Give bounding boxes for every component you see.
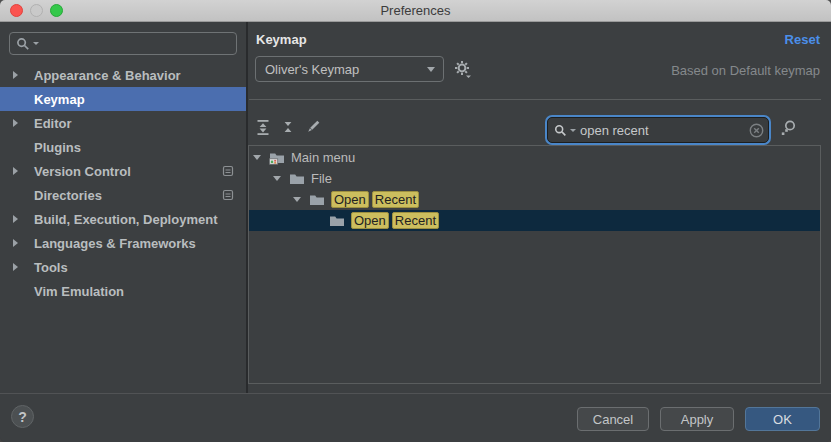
help-button[interactable]: ?	[11, 405, 34, 428]
gear-icon	[454, 60, 472, 78]
project-settings-icon	[222, 189, 234, 201]
find-by-shortcut-button[interactable]	[778, 119, 798, 139]
sidebar-item-label: Directories	[34, 188, 102, 203]
sidebar-item-vim-emulation[interactable]: Vim Emulation	[0, 279, 246, 303]
folder-icon	[329, 213, 345, 229]
sidebar-item-plugins[interactable]: Plugins	[0, 135, 246, 159]
expand-all-icon	[255, 119, 271, 135]
based-on-label: Based on Default keymap	[671, 63, 820, 78]
sidebar-item-editor[interactable]: Editor	[0, 111, 246, 135]
keymap-select[interactable]: Oliver's Keymap	[255, 56, 444, 82]
action-search-field[interactable]	[547, 117, 769, 143]
find-by-shortcut-icon	[778, 119, 797, 138]
sidebar-item-directories[interactable]: Directories	[0, 183, 246, 207]
sidebar-search-input[interactable]	[41, 36, 230, 51]
tree-row-label: File	[311, 171, 332, 186]
collapse-all-icon	[280, 119, 296, 135]
chevron-down-icon	[427, 67, 435, 72]
sidebar-item-languages-frameworks[interactable]: Languages & Frameworks	[0, 231, 246, 255]
edit-button[interactable]	[304, 118, 322, 136]
keymap-tree: Main menu File	[248, 145, 821, 384]
match-highlight: Recent	[372, 191, 419, 208]
sidebar-item-version-control[interactable]: Version Control	[0, 159, 246, 183]
sidebar-item-label: Tools	[34, 260, 68, 275]
close-button[interactable]	[10, 4, 23, 17]
sidebar-item-build-execution-deployment[interactable]: Build, Execution, Deployment	[0, 207, 246, 231]
clear-icon	[749, 123, 764, 138]
sidebar-item-tools[interactable]: Tools	[0, 255, 246, 279]
preferences-window: Preferences Appearance & Behavior Keymap	[0, 0, 831, 442]
sidebar-item-label: Build, Execution, Deployment	[34, 212, 217, 227]
tree-row-file[interactable]: File	[249, 168, 820, 189]
sidebar-item-label: Languages & Frameworks	[34, 236, 196, 251]
collapse-arrow-icon[interactable]	[253, 155, 261, 160]
tree-row-label: Main menu	[291, 150, 355, 165]
folder-icon	[289, 171, 305, 187]
action-search-input[interactable]	[578, 123, 747, 138]
collapse-arrow-icon[interactable]	[273, 176, 281, 181]
sidebar-search-field[interactable]	[9, 32, 237, 55]
reset-link[interactable]: Reset	[785, 32, 820, 47]
sidebar-item-label: Version Control	[34, 164, 131, 179]
keymap-select-value: Oliver's Keymap	[265, 62, 359, 77]
collapse-arrow-icon[interactable]	[293, 197, 301, 202]
match-highlight: Open	[331, 191, 369, 208]
expand-arrow-icon[interactable]	[13, 215, 18, 223]
search-icon	[16, 37, 30, 51]
ok-button[interactable]: OK	[745, 407, 820, 431]
match-highlight: Recent	[392, 212, 439, 229]
window-title: Preferences	[380, 3, 450, 18]
main-menu-folder-icon	[269, 150, 285, 166]
expand-arrow-icon[interactable]	[13, 119, 18, 127]
tree-row-open-recent-selected[interactable]: Open Recent	[249, 210, 820, 231]
search-icon	[554, 124, 567, 137]
sidebar-item-keymap[interactable]: Keymap	[0, 87, 246, 111]
zoom-button[interactable]	[50, 4, 63, 17]
sidebar-item-label: Vim Emulation	[34, 284, 124, 299]
tree-row-open-recent[interactable]: Open Recent	[249, 189, 820, 210]
search-options-chevron-icon	[570, 129, 576, 132]
expand-arrow-icon[interactable]	[13, 167, 18, 175]
sidebar-item-label: Appearance & Behavior	[34, 68, 181, 83]
settings-sidebar: Appearance & Behavior Keymap Editor Plug…	[0, 22, 248, 393]
expand-arrow-icon[interactable]	[13, 71, 18, 79]
keymap-panel: Keymap Reset Oliver's Keymap	[248, 22, 831, 393]
sidebar-item-label: Keymap	[34, 92, 85, 107]
apply-button[interactable]: Apply	[660, 407, 734, 431]
expand-arrow-icon[interactable]	[13, 263, 18, 271]
cancel-button[interactable]: Cancel	[577, 407, 649, 431]
sidebar-item-appearance-behavior[interactable]: Appearance & Behavior	[0, 63, 246, 87]
search-options-chevron-icon	[33, 42, 39, 45]
keymap-settings-button[interactable]	[454, 60, 476, 80]
titlebar: Preferences	[0, 0, 831, 22]
sidebar-item-label: Editor	[34, 116, 72, 131]
pencil-icon	[305, 119, 321, 135]
folder-icon	[309, 192, 325, 208]
traffic-lights	[10, 4, 63, 17]
collapse-all-button[interactable]	[279, 118, 297, 136]
header-separator	[249, 99, 821, 100]
expand-arrow-icon[interactable]	[13, 239, 18, 247]
sidebar-item-label: Plugins	[34, 140, 81, 155]
minimize-button[interactable]	[30, 4, 43, 17]
clear-search-button[interactable]	[749, 123, 764, 138]
project-settings-icon	[222, 165, 234, 177]
tree-row-main-menu[interactable]: Main menu	[249, 147, 820, 168]
footer-bar: ? Cancel Apply OK	[0, 393, 831, 442]
match-highlight: Open	[351, 212, 389, 229]
expand-all-button[interactable]	[254, 118, 272, 136]
page-title: Keymap	[256, 32, 307, 47]
